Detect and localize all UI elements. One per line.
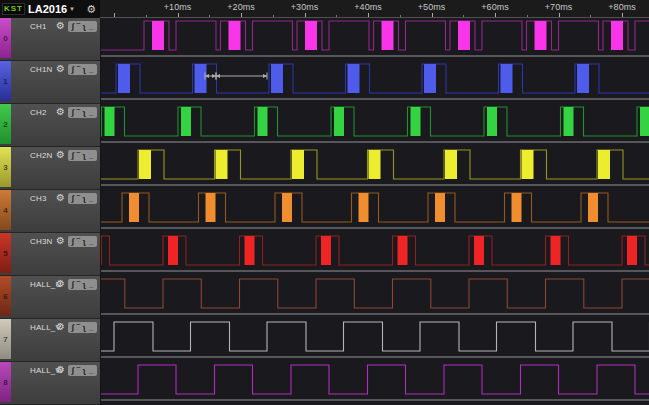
pwm-burst-CH2N: [598, 150, 610, 179]
trigger-low-level-icon[interactable]: _: [89, 150, 93, 160]
pwm-burst-CH3: [282, 193, 292, 222]
channel-settings-gear-icon[interactable]: ⚙: [55, 235, 66, 247]
trigger-high-level-icon[interactable]: ‾: [77, 107, 80, 117]
trigger-low-level-icon[interactable]: _: [89, 365, 93, 375]
channel-label[interactable]: CH3N: [30, 237, 53, 246]
pwm-burst-CH2: [181, 107, 191, 136]
channel-row-CH3N: 5 CH3N ⚙ ∫‾ʅ_: [0, 233, 100, 276]
trigger-mode-buttons[interactable]: ∫‾ʅ_: [68, 107, 97, 118]
pwm-burst-CH3: [206, 193, 216, 222]
pwm-burst-CH3N: [474, 236, 484, 265]
trigger-falling-edge-icon[interactable]: ʅ: [83, 21, 86, 31]
trigger-falling-edge-icon[interactable]: ʅ: [83, 107, 86, 117]
trigger-high-level-icon[interactable]: ‾: [77, 322, 80, 332]
channel-row-CH2: 2 CH2 ⚙ ∫‾ʅ_: [0, 104, 100, 147]
chevron-down-icon[interactable]: ▾: [70, 5, 74, 13]
trigger-rising-edge-icon[interactable]: ∫: [71, 150, 73, 160]
channel-color-strip[interactable]: 3: [0, 147, 11, 187]
pwm-burst-CH1N: [118, 64, 130, 93]
waveform-canvas[interactable]: [101, 18, 649, 405]
pwm-burst-CH1: [382, 21, 394, 50]
channel-color-strip[interactable]: 2: [0, 104, 11, 144]
trigger-rising-edge-icon[interactable]: ∫: [71, 322, 73, 332]
channel-number: 4: [3, 206, 7, 215]
channel-label[interactable]: CH1: [30, 22, 47, 31]
trigger-rising-edge-icon[interactable]: ∫: [71, 279, 73, 289]
trigger-falling-edge-icon[interactable]: ʅ: [83, 236, 86, 246]
channel-color-strip[interactable]: 7: [0, 319, 11, 359]
pwm-burst-CH1: [305, 21, 317, 50]
trigger-rising-edge-icon[interactable]: ∫: [71, 21, 73, 31]
trigger-high-level-icon[interactable]: ‾: [77, 64, 80, 74]
channel-color-strip[interactable]: 5: [0, 233, 11, 273]
waveform-area[interactable]: [100, 18, 649, 405]
trigger-low-level-icon[interactable]: _: [89, 64, 93, 74]
channel-color-strip[interactable]: 4: [0, 190, 11, 230]
trigger-high-level-icon[interactable]: ‾: [77, 279, 80, 289]
channel-color-strip[interactable]: 1: [0, 61, 11, 101]
trigger-mode-buttons[interactable]: ∫‾ʅ_: [68, 193, 97, 204]
channel-color-strip[interactable]: 8: [0, 362, 11, 402]
channel-label[interactable]: CH3: [30, 194, 47, 203]
channel-settings-gear-icon[interactable]: ⚙: [55, 20, 66, 32]
trigger-mode-buttons[interactable]: ∫‾ʅ_: [68, 150, 97, 161]
row-separator: [101, 270, 649, 272]
trigger-low-level-icon[interactable]: _: [89, 107, 93, 117]
trigger-falling-edge-icon[interactable]: ʅ: [83, 64, 86, 74]
ruler-minor-tick: [590, 15, 591, 17]
trigger-rising-edge-icon[interactable]: ∫: [71, 236, 73, 246]
channel-settings-gear-icon[interactable]: ⚙: [55, 192, 66, 204]
trigger-rising-edge-icon[interactable]: ∫: [71, 365, 73, 375]
channel-row-HALL_V: 7 HALL_V ⚙ ∫‾ʅ_: [0, 319, 100, 362]
channel-settings-gear-icon[interactable]: ⚙: [55, 278, 66, 290]
trigger-mode-buttons[interactable]: ∫‾ʅ_: [68, 279, 97, 290]
channel-settings-gear-icon[interactable]: ⚙: [55, 106, 66, 118]
ruler-major-tick: [178, 13, 179, 17]
trigger-falling-edge-icon[interactable]: ʅ: [83, 365, 86, 375]
channel-label[interactable]: CH2: [30, 108, 47, 117]
trigger-falling-edge-icon[interactable]: ʅ: [83, 322, 86, 332]
pwm-burst-CH1: [535, 21, 547, 50]
trigger-mode-buttons[interactable]: ∫‾ʅ_: [68, 21, 97, 32]
channel-settings-gear-icon[interactable]: ⚙: [55, 149, 66, 161]
channel-settings-gear-icon[interactable]: ⚙: [55, 63, 66, 75]
trigger-low-level-icon[interactable]: _: [89, 322, 93, 332]
trigger-falling-edge-icon[interactable]: ʅ: [83, 150, 86, 160]
channel-color-strip[interactable]: 0: [0, 18, 11, 58]
trigger-high-level-icon[interactable]: ‾: [77, 150, 80, 160]
trigger-mode-buttons[interactable]: ∫‾ʅ_: [68, 365, 97, 376]
trigger-low-level-icon[interactable]: _: [89, 279, 93, 289]
trigger-rising-edge-icon[interactable]: ∫: [71, 107, 73, 117]
trigger-low-level-icon[interactable]: _: [89, 21, 93, 31]
trigger-low-level-icon[interactable]: _: [89, 236, 93, 246]
ruler-minor-tick: [146, 15, 147, 17]
trigger-high-level-icon[interactable]: ‾: [77, 365, 80, 375]
trigger-rising-edge-icon[interactable]: ∫: [71, 193, 73, 203]
trigger-falling-edge-icon[interactable]: ʅ: [83, 279, 86, 289]
channel-row-HALL_U: 6 HALL_U ⚙ ∫‾ʅ_: [0, 276, 100, 319]
trigger-falling-edge-icon[interactable]: ʅ: [83, 193, 86, 203]
trigger-mode-buttons[interactable]: ∫‾ʅ_: [68, 64, 97, 75]
pwm-burst-CH3N: [398, 236, 408, 265]
pwm-burst-CH2: [411, 107, 421, 136]
pwm-burst-CH3N: [627, 236, 637, 265]
trigger-high-level-icon[interactable]: ‾: [77, 193, 80, 203]
settings-gear-icon[interactable]: ⚙: [86, 1, 96, 17]
trigger-low-level-icon[interactable]: _: [89, 193, 93, 203]
trigger-high-level-icon[interactable]: ‾: [77, 236, 80, 246]
device-model-dropdown[interactable]: LA2016: [28, 0, 67, 18]
pwm-burst-CH3: [129, 193, 139, 222]
trigger-mode-buttons[interactable]: ∫‾ʅ_: [68, 236, 97, 247]
pwm-burst-CH1N: [271, 64, 283, 93]
channel-label[interactable]: CH1N: [30, 65, 53, 74]
channel-settings-gear-icon[interactable]: ⚙: [55, 321, 66, 333]
channel-label[interactable]: CH2N: [30, 151, 53, 160]
trigger-mode-buttons[interactable]: ∫‾ʅ_: [68, 322, 97, 333]
pwm-burst-CH3N: [101, 236, 102, 265]
trigger-rising-edge-icon[interactable]: ∫: [71, 64, 73, 74]
timeline-ruler[interactable]: +10ms+20ms+30ms+40ms+50ms+60ms+70ms+80ms: [100, 0, 649, 18]
channel-number: 2: [3, 120, 7, 129]
channel-settings-gear-icon[interactable]: ⚙: [55, 364, 66, 376]
trigger-high-level-icon[interactable]: ‾: [77, 21, 80, 31]
channel-color-strip[interactable]: 6: [0, 276, 11, 316]
